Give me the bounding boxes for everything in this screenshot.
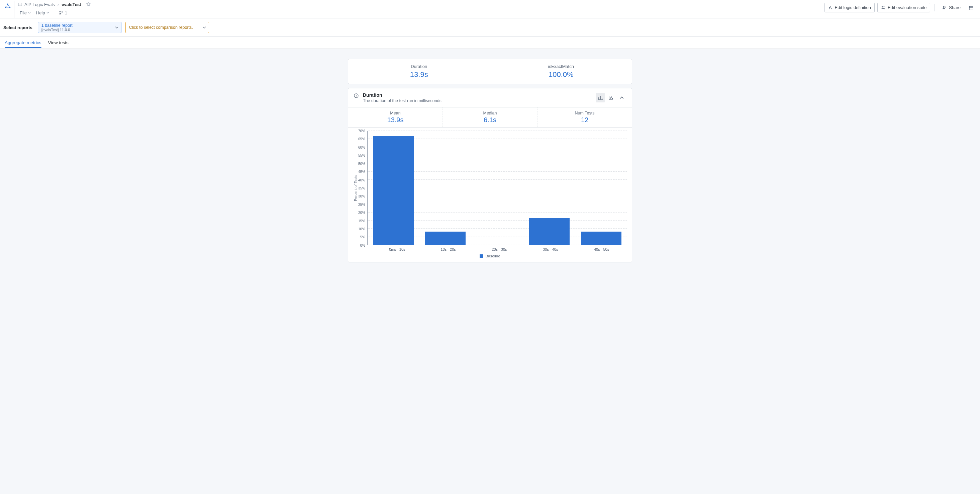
stat-mean-label: Mean xyxy=(348,111,442,115)
collapse-section-button[interactable] xyxy=(617,93,627,102)
clock-icon xyxy=(353,93,359,99)
svg-point-15 xyxy=(610,98,611,99)
stat-median-label: Median xyxy=(443,111,537,115)
x-tick: 10s - 20s xyxy=(423,245,474,251)
summary-duration-value: 13.9s xyxy=(348,70,490,79)
svg-point-1 xyxy=(5,7,6,8)
branch-indicator[interactable]: 1 xyxy=(57,10,69,16)
x-tick: 30s - 40s xyxy=(525,245,576,251)
breadcrumb-current: evalsTest xyxy=(62,2,81,7)
selector-label: Select reports xyxy=(3,25,32,30)
bar-chart-icon xyxy=(598,95,603,100)
chart-x-ticks: 0ms - 10s10s - 20s20s - 30s30s - 40s40s … xyxy=(372,245,627,251)
chevron-up-icon xyxy=(620,96,624,100)
svg-point-12 xyxy=(969,7,970,8)
chart-y-ticks: 70%65%60%55%50%45%40%35%30%25%20%15%10%5… xyxy=(358,129,367,247)
menu-bar: File Help 1 xyxy=(18,9,91,17)
stat-median: Median 6.1s xyxy=(442,107,537,127)
legend-swatch-baseline xyxy=(480,254,483,258)
summary-duration[interactable]: Duration 13.9s xyxy=(348,59,490,84)
svg-point-16 xyxy=(611,97,612,97)
summary-card: Duration 13.9s isExactMatch 100.0% xyxy=(348,59,632,84)
y-tick: 35% xyxy=(358,186,365,190)
svg-point-17 xyxy=(612,98,613,99)
app-logo xyxy=(3,1,14,10)
edit-logic-button[interactable]: Edit logic definition xyxy=(824,3,875,13)
tab-aggregate-metrics[interactable]: Aggregate metrics xyxy=(5,37,41,48)
comparison-select-placeholder: Click to select comparison reports. xyxy=(129,25,199,30)
y-tick: 55% xyxy=(358,153,365,157)
caret-down-icon xyxy=(203,26,206,29)
y-tick: 45% xyxy=(358,170,365,174)
share-button[interactable]: Share xyxy=(939,3,964,12)
chart-bin xyxy=(368,131,419,245)
chart-y-axis-label: Percent of Tests xyxy=(353,131,358,245)
svg-point-6 xyxy=(62,11,63,12)
logo-icon xyxy=(4,3,11,10)
svg-point-5 xyxy=(59,13,60,14)
people-icon xyxy=(942,5,947,10)
legend-label-baseline: Baseline xyxy=(485,254,500,258)
svg-point-10 xyxy=(945,6,946,7)
module-icon xyxy=(18,2,22,7)
y-tick: 60% xyxy=(358,145,365,149)
list-icon xyxy=(969,5,974,10)
edit-suite-button[interactable]: Edit evaluation suite xyxy=(877,3,930,13)
baseline-select-subtitle: [evalsTest] 11.0.0 xyxy=(41,28,111,32)
view-histogram-button[interactable] xyxy=(596,93,605,102)
comparison-report-select[interactable]: Click to select comparison reports. xyxy=(126,22,209,33)
y-tick: 30% xyxy=(358,194,365,198)
stat-mean-value: 13.9s xyxy=(348,116,442,124)
chart-legend: Baseline xyxy=(353,254,627,258)
chart-bar[interactable] xyxy=(581,232,622,245)
baseline-select-title: 1 baseline report xyxy=(41,23,111,28)
y-tick: 50% xyxy=(358,162,365,166)
duration-histogram: Percent of Tests 70%65%60%55%50%45%40%35… xyxy=(353,131,627,258)
y-tick: 5% xyxy=(358,235,365,239)
chart-bin xyxy=(471,131,523,245)
svg-point-13 xyxy=(969,9,970,10)
stat-mean: Mean 13.9s xyxy=(348,107,442,127)
chart-bar[interactable] xyxy=(529,218,570,245)
star-icon xyxy=(86,2,91,7)
svg-point-4 xyxy=(59,11,60,12)
chart-plot-area xyxy=(367,131,627,245)
svg-point-8 xyxy=(884,8,885,9)
duration-card: Duration The duration of the test run in… xyxy=(348,88,632,262)
function-icon xyxy=(828,5,833,10)
menu-help[interactable]: Help xyxy=(34,10,51,16)
caret-down-icon xyxy=(115,26,118,29)
duration-subtitle: The duration of the test run in millisec… xyxy=(363,99,442,103)
caret-down-icon xyxy=(46,11,49,14)
y-tick: 15% xyxy=(358,219,365,223)
summary-exactmatch[interactable]: isExactMatch 100.0% xyxy=(490,59,632,84)
tab-bar: Aggregate metrics View tests xyxy=(0,37,980,49)
app-header: AIP Logic Evals › evalsTest File Help xyxy=(0,0,980,18)
summary-exactmatch-value: 100.0% xyxy=(490,70,632,79)
chart-bar[interactable] xyxy=(373,136,414,245)
more-menu-button[interactable] xyxy=(967,3,976,13)
svg-point-2 xyxy=(9,7,10,8)
duration-stats-row: Mean 13.9s Median 6.1s Num Tests 12 xyxy=(348,107,632,127)
y-tick: 0% xyxy=(358,243,365,247)
caret-down-icon xyxy=(28,11,31,14)
star-button[interactable] xyxy=(86,2,91,7)
y-tick: 40% xyxy=(358,178,365,182)
sliders-icon xyxy=(881,5,886,10)
chart-bar[interactable] xyxy=(425,232,466,245)
svg-point-9 xyxy=(943,6,945,8)
menu-file[interactable]: File xyxy=(18,10,33,16)
breadcrumb-root[interactable]: AIP Logic Evals xyxy=(18,2,55,7)
branch-icon xyxy=(59,10,64,15)
report-selector-bar: Select reports 1 baseline report [evalsT… xyxy=(0,18,980,37)
stat-numtests-label: Num Tests xyxy=(538,111,632,115)
baseline-report-select[interactable]: 1 baseline report [evalsTest] 11.0.0 xyxy=(38,22,121,33)
svg-point-0 xyxy=(7,4,8,5)
x-tick: 0ms - 10s xyxy=(372,245,423,251)
duration-title: Duration xyxy=(363,92,442,98)
tab-view-tests[interactable]: View tests xyxy=(48,37,68,48)
view-scatter-button[interactable] xyxy=(606,93,616,102)
x-tick: 40s - 50s xyxy=(576,245,627,251)
svg-point-11 xyxy=(969,6,970,7)
stat-numtests-value: 12 xyxy=(538,116,632,124)
